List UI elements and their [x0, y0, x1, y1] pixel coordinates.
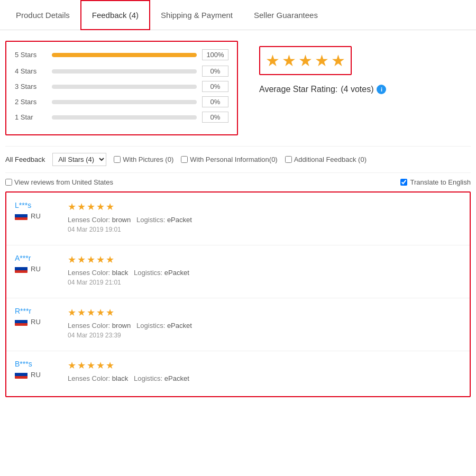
review-header-1: A***rRU★★★★★Lenses Color: black Logistic…	[15, 254, 461, 286]
avg-star-1: ★	[266, 51, 280, 70]
rev-star-0-4: ★	[106, 201, 114, 213]
tabs-bar: Product DetailsFeedback (4)Shipping & Pa…	[0, 0, 476, 30]
additional-feedback-checkbox[interactable]: Additional Feedback (0)	[285, 155, 367, 163]
rev-star-1-0: ★	[68, 254, 76, 266]
star-label-2: 2 Stars	[15, 98, 47, 106]
reviewer-info-3: B***sRU	[15, 360, 57, 385]
pct-2: 0%	[202, 96, 228, 107]
review-item-0: L***sRU★★★★★Lenses Color: brown Logistic…	[6, 193, 470, 245]
rev-star-3-3: ★	[96, 360, 105, 371]
rev-star-1-2: ★	[87, 254, 95, 266]
rev-star-3-0: ★	[68, 360, 76, 371]
review-date-1: 04 Mar 2019 21:01	[68, 279, 461, 286]
ratings-section: 5 Stars100%4 Stars0%3 Stars0%2 Stars0%1 …	[5, 41, 471, 135]
review-item-3: B***sRU★★★★★Lenses Color: black Logistic…	[6, 351, 470, 396]
with-pictures-checkbox[interactable]: With Pictures (0)	[114, 155, 173, 163]
reviewer-info-1: A***rRU	[15, 254, 57, 286]
star-row-5: 5 Stars100%	[15, 49, 228, 60]
with-personal-label: With Personal Information(0)	[190, 155, 277, 163]
rev-star-2-2: ★	[87, 307, 95, 318]
star-row-3: 3 Stars0%	[15, 81, 228, 92]
star-bars: 5 Stars100%4 Stars0%3 Stars0%2 Stars0%1 …	[5, 41, 238, 135]
all-feedback-label: All Feedback	[5, 155, 45, 163]
review-details-3: Lenses Color: black Logistics: ePacket	[68, 374, 461, 382]
info-icon[interactable]: i	[377, 85, 386, 94]
review-content-0: ★★★★★Lenses Color: brown Logistics: ePac…	[68, 201, 461, 233]
filter-row-1: All Feedback All Stars (4) With Pictures…	[5, 146, 471, 173]
flag-icon-0	[15, 212, 28, 220]
reviewer-country-0: RU	[15, 212, 57, 220]
with-pictures-label: With Pictures (0)	[123, 155, 173, 163]
bar-bg-2	[52, 100, 197, 104]
star-label-3: 3 Stars	[15, 83, 47, 90]
review-item-1: A***rRU★★★★★Lenses Color: black Logistic…	[6, 245, 470, 298]
rev-star-1-1: ★	[77, 254, 86, 266]
review-content-3: ★★★★★Lenses Color: black Logistics: ePac…	[68, 360, 461, 385]
pct-3: 0%	[202, 81, 228, 92]
pct-5: 100%	[202, 49, 228, 60]
tab-seller[interactable]: Seller Guarantees	[243, 0, 328, 30]
rev-star-3-1: ★	[77, 360, 86, 371]
view-reviews-checkbox[interactable]: View reviews from United States	[5, 178, 113, 186]
with-personal-checkbox[interactable]: With Personal Information(0)	[181, 155, 277, 163]
bar-bg-4	[52, 69, 197, 74]
tab-feedback[interactable]: Feedback (4)	[80, 0, 150, 30]
rev-star-3-4: ★	[106, 360, 114, 371]
star-label-5: 5 Stars	[15, 51, 47, 59]
rev-star-0-3: ★	[96, 201, 105, 213]
with-pictures-input[interactable]	[114, 156, 121, 163]
votes-label: (4 votes)	[341, 85, 373, 94]
translate-input[interactable]	[400, 179, 407, 186]
rev-star-1-3: ★	[96, 254, 105, 266]
rev-star-2-1: ★	[77, 307, 86, 318]
rev-star-0-0: ★	[68, 201, 76, 213]
with-personal-input[interactable]	[181, 156, 188, 163]
rev-star-3-2: ★	[87, 360, 95, 371]
rev-star-2-3: ★	[96, 307, 105, 318]
review-header-3: B***sRU★★★★★Lenses Color: black Logistic…	[15, 360, 461, 385]
additional-feedback-input[interactable]	[285, 156, 292, 163]
review-date-2: 04 Mar 2019 23:39	[68, 332, 461, 339]
reviewer-country-1: RU	[15, 264, 57, 273]
tab-shipping[interactable]: Shipping & Payment	[150, 0, 243, 30]
review-date-0: 04 Mar 2019 19:01	[68, 226, 461, 233]
reviewer-name-2[interactable]: R***r	[15, 307, 57, 315]
avg-rating: ★★★★★ Average Star Rating: (4 votes) i	[259, 41, 471, 135]
reviews-list: L***sRU★★★★★Lenses Color: brown Logistic…	[5, 191, 471, 397]
star-row-2: 2 Stars0%	[15, 96, 228, 107]
review-content-2: ★★★★★Lenses Color: brown Logistics: ePac…	[68, 307, 461, 339]
avg-stars-display: ★★★★★	[259, 46, 352, 75]
reviewer-name-3[interactable]: B***s	[15, 360, 57, 368]
review-stars-0: ★★★★★	[68, 201, 461, 213]
review-stars-3: ★★★★★	[68, 360, 461, 371]
country-name-2: RU	[31, 318, 41, 326]
review-stars-1: ★★★★★	[68, 254, 461, 266]
rev-star-2-0: ★	[68, 307, 76, 318]
pct-4: 0%	[202, 66, 228, 77]
bar-bg-5	[52, 53, 197, 57]
bar-fill-5	[52, 53, 197, 57]
translate-checkbox[interactable]: Translate to English	[400, 178, 471, 186]
star-row-1: 1 Star0%	[15, 112, 228, 123]
bar-bg-3	[52, 85, 197, 89]
rev-star-2-4: ★	[106, 307, 114, 318]
reviewer-country-3: RU	[15, 370, 57, 379]
review-header-0: L***sRU★★★★★Lenses Color: brown Logistic…	[15, 201, 461, 233]
review-details-2: Lenses Color: brown Logistics: ePacket	[68, 322, 461, 329]
avg-star-4: ★	[315, 51, 329, 70]
reviewer-name-0[interactable]: L***s	[15, 201, 57, 209]
reviewer-name-1[interactable]: A***r	[15, 254, 57, 262]
review-stars-2: ★★★★★	[68, 307, 461, 318]
view-reviews-label: View reviews from United States	[14, 178, 113, 186]
star-row-4: 4 Stars0%	[15, 66, 228, 77]
reviewer-country-2: RU	[15, 317, 57, 326]
stars-dropdown[interactable]: All Stars (4)	[52, 153, 106, 166]
reviewer-info-2: R***rRU	[15, 307, 57, 339]
avg-star-5: ★	[331, 51, 345, 70]
tab-product-details[interactable]: Product Details	[5, 0, 80, 30]
country-name-0: RU	[31, 212, 41, 220]
translate-label: Translate to English	[410, 178, 471, 186]
review-details-1: Lenses Color: black Logistics: ePacket	[68, 269, 461, 277]
view-reviews-input[interactable]	[5, 179, 12, 186]
flag-icon-3	[15, 370, 28, 379]
